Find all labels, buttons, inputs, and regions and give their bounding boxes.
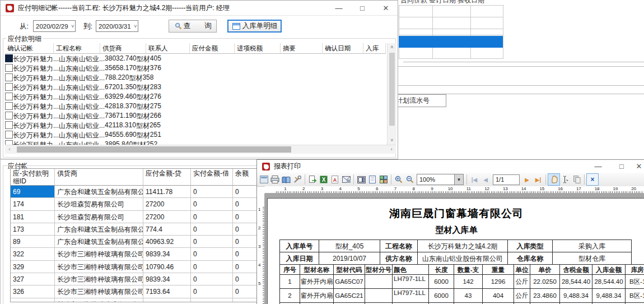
column-header[interactable]: 单位 xyxy=(514,265,530,275)
zoom-in-icon[interactable] xyxy=(393,174,404,185)
inbound-detail-button[interactable]: 入库单明细 xyxy=(227,20,282,33)
column-header[interactable]: 确认日期 xyxy=(323,43,363,54)
column-header[interactable]: 入库 xyxy=(363,43,386,54)
w3-titlebar[interactable]: 报表打印 — □ ✕ xyxy=(257,160,644,173)
table-row[interactable]: 329长沙市三湘特种玻璃有限公司10790.4600 xyxy=(11,261,257,273)
table-row[interactable]: 长沙万科魅力...山东南山铝业...788.220型材358 xyxy=(5,73,387,83)
chevron-down-icon[interactable]: ˅ xyxy=(133,24,138,29)
report-preview-area[interactable]: 湖南巨晟门窗幕墙有限公司 型材入库单 入库单号型材_405工程名称长沙万科魅力之… xyxy=(265,194,644,304)
scroll-up-icon[interactable]: ˄ xyxy=(388,43,396,52)
table-row[interactable]: 长沙万科魅力...山东南山铝业...42818.370型材275 xyxy=(5,102,387,112)
confirm-checkbox[interactable] xyxy=(5,64,13,72)
table-row[interactable]: 长沙万科魅力...山东南山铝业...42118.310型材265 xyxy=(5,121,387,131)
column-header[interactable]: 型材代码 xyxy=(334,265,365,275)
text-select-tool[interactable] xyxy=(560,174,571,185)
prev-page-button[interactable]: ◀ xyxy=(480,174,491,185)
table-row[interactable]: 长沙万科魅力...山东南山铝业...63929.460型材276 xyxy=(5,93,387,102)
confirm-checkbox[interactable] xyxy=(5,140,13,145)
table-row[interactable]: 长沙万科魅力...山东南山铝业...73671.190型材266 xyxy=(5,112,387,121)
confirm-checkbox[interactable] xyxy=(5,93,13,100)
last-page-button[interactable]: ▶| xyxy=(533,174,544,185)
table-row[interactable]: 322长沙市三湘特种玻璃有限公司9839.3400 xyxy=(11,248,257,260)
scroll-left-icon[interactable]: ‹ xyxy=(5,145,14,154)
confirm-checkbox[interactable] xyxy=(5,54,13,62)
table-row[interactable]: 入库日期2019/10/07供方名称山东南山铝业股份有限公司仓库名称型材仓库 xyxy=(280,252,632,265)
column-header[interactable]: 摘要 xyxy=(281,43,323,54)
settings-tools-icon[interactable] xyxy=(292,174,303,185)
export-icon[interactable] xyxy=(307,174,318,185)
bg-selected-row[interactable] xyxy=(399,36,503,48)
column-header[interactable]: 应付金额 xyxy=(190,43,235,54)
single-page-icon[interactable] xyxy=(367,174,378,185)
table-row[interactable]: 89广东合和建筑五金制品有限公司40963.9200 xyxy=(11,236,257,248)
book-preview-icon[interactable] xyxy=(281,174,292,185)
column-header[interactable]: 合同价款 xyxy=(399,0,427,4)
column-header[interactable]: 含税金额 xyxy=(560,265,592,275)
table-row[interactable]: 长沙万科魅力...山东南山铝业...38032.740型材405 xyxy=(5,54,387,64)
close-button[interactable]: ✕ xyxy=(374,1,398,15)
column-header[interactable]: 重量 xyxy=(483,265,514,275)
confirm-checkbox[interactable] xyxy=(5,121,13,129)
confirm-checkbox[interactable] xyxy=(5,112,13,119)
copy-icon[interactable] xyxy=(571,174,582,185)
column-header[interactable]: 型材名称 xyxy=(300,265,334,275)
maximize-button[interactable]: □ xyxy=(351,1,374,15)
table-row[interactable]: 173广东合和建筑五金制品有限公司774.400 xyxy=(11,223,257,236)
first-page-button[interactable]: |◀ xyxy=(469,174,480,185)
scroll-down-icon[interactable]: ˅ xyxy=(388,136,396,145)
table-row[interactable]: 174长沙坦森贸易有限公司2720000 xyxy=(11,198,257,210)
table-row[interactable]: 入库单号型材_405工程名称长沙万科魅力之城4.2期入库类型采购入库 xyxy=(280,240,632,252)
minimize-button[interactable]: — xyxy=(586,160,610,173)
close-preview-button[interactable]: × xyxy=(586,173,599,186)
design-report-icon[interactable] xyxy=(258,174,269,185)
chevron-down-icon[interactable]: ▼ xyxy=(454,174,463,185)
confirm-checkbox[interactable] xyxy=(5,102,13,110)
column-header[interactable]: 序号 xyxy=(280,265,300,275)
table-row[interactable]: 327长沙市三湘特种玻璃有限公司9839.3400 xyxy=(11,273,257,285)
scroll-right-icon[interactable]: › xyxy=(387,145,396,154)
page-indicator-input[interactable]: 1/1 xyxy=(493,174,520,185)
multi-page-icon[interactable] xyxy=(378,174,389,185)
table-row[interactable]: 181长沙坦森贸易有限公司2720000 xyxy=(11,211,257,223)
column-header[interactable]: 数量-支 xyxy=(454,265,483,275)
zoom-level-dropdown[interactable]: 100% ▼ xyxy=(417,174,464,185)
column-header[interactable]: 确认记帐 xyxy=(5,43,54,54)
to-date-combo[interactable]: 2020/03/31 ˅ xyxy=(96,20,138,32)
confirm-checkbox[interactable] xyxy=(5,73,13,81)
table-row[interactable]: 69广东合和建筑五金制品有限公司11411.7800 xyxy=(11,186,257,198)
table-row[interactable]: 1窗外开内扇GA65C07LH797-1LL60001421296公斤22.02… xyxy=(280,275,644,289)
query-button[interactable]: 查 询 xyxy=(169,20,217,33)
export-excel-icon[interactable]: X xyxy=(318,174,329,185)
column-header[interactable]: 联系人 xyxy=(146,43,190,54)
export-pdf-icon[interactable]: A xyxy=(329,174,340,185)
table-row[interactable]: 长沙万科魅力...山东南山铝业...3895.840型材252 xyxy=(5,140,387,145)
hand-pan-tool[interactable] xyxy=(548,173,560,186)
table-row[interactable]: 长沙万科魅力...山东南山铝业...35658.170型材376 xyxy=(5,64,387,73)
table-row[interactable]: 326长沙市三湘特种玻璃有限公司7193.6400 xyxy=(11,285,257,298)
table-row[interactable]: 长沙万科魅力...山东南山铝业...94555.690型材251 xyxy=(5,131,387,140)
column-header[interactable]: 签订日期 xyxy=(427,0,456,4)
maximize-button[interactable]: □ xyxy=(610,160,633,173)
vertical-scrollbar[interactable]: ˄ ˅ xyxy=(387,43,396,145)
column-header[interactable]: 颜色 xyxy=(393,265,429,275)
column-header[interactable]: 入库金额 xyxy=(592,265,626,275)
minimize-button[interactable]: — xyxy=(327,1,351,15)
column-header[interactable]: 供货商 xyxy=(55,169,143,186)
column-header[interactable]: 应-实付款明细ID xyxy=(11,169,55,186)
chevron-down-icon[interactable]: ˅ xyxy=(71,24,75,29)
column-header[interactable]: 应付金额-贷 xyxy=(143,169,191,186)
print-icon[interactable] xyxy=(269,174,281,185)
next-page-button[interactable]: ▶ xyxy=(521,174,533,185)
column-header[interactable]: 进项税额 xyxy=(235,43,281,54)
column-header[interactable]: 供货商 xyxy=(100,43,146,54)
zoom-out-icon[interactable] xyxy=(404,174,416,185)
table-row[interactable]: 长沙市三湘特种玻璃有限公司 xyxy=(11,298,257,302)
from-date-combo[interactable]: 2020/02/29 ˅ xyxy=(33,20,76,32)
w1-titlebar[interactable]: 应付明细记帐------当前工程: 长沙万科魅力之城4.2期------当前用户… xyxy=(1,1,398,16)
close-button[interactable]: ✕ xyxy=(633,160,644,173)
column-header[interactable]: 长度 xyxy=(429,265,454,275)
column-header[interactable]: 工程名称 xyxy=(54,43,100,54)
horizontal-scrollbar[interactable]: ‹ › xyxy=(5,145,396,154)
page-setup-icon[interactable] xyxy=(356,174,367,185)
table-row[interactable]: 长沙万科魅力...山东南山铝业...67201.350型材283 xyxy=(5,83,387,93)
